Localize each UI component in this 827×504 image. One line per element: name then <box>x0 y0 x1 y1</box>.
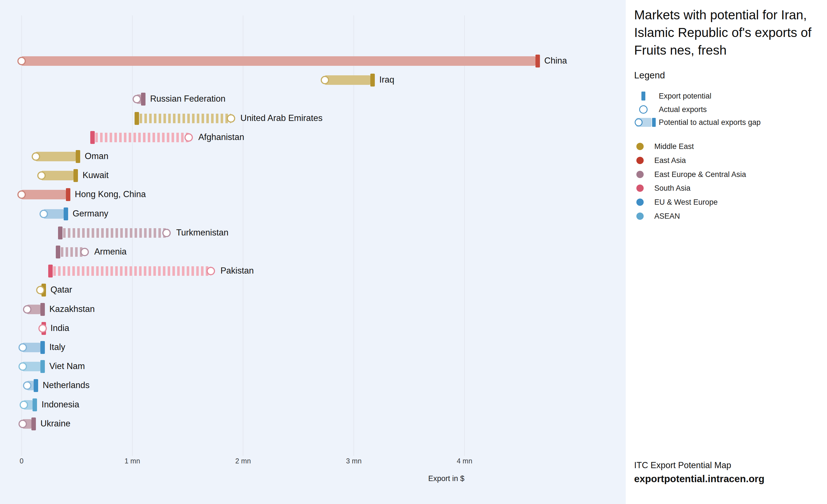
region-legend-item[interactable]: EU & West Europe <box>634 195 819 209</box>
export-potential-cap[interactable] <box>32 417 36 430</box>
region-color-dot <box>636 213 644 220</box>
actual-exports-circle[interactable] <box>18 343 27 352</box>
country-label[interactable]: Hong Kong, China <box>75 189 146 200</box>
gap-bar-striped[interactable] <box>140 114 231 123</box>
legend-item-label: Actual exports <box>659 105 707 114</box>
potential-rect-icon <box>634 89 652 103</box>
legend-item-gap-combo[interactable]: Potential to actual exports gap <box>634 116 819 129</box>
export-potential-cap[interactable] <box>74 169 78 182</box>
actual-exports-circle[interactable] <box>40 210 48 218</box>
country-label[interactable]: Germany <box>72 209 108 219</box>
country-label[interactable]: Pakistan <box>221 266 254 276</box>
export-potential-cap[interactable] <box>40 341 45 354</box>
actual-exports-circle[interactable] <box>81 248 89 256</box>
export-potential-cap[interactable] <box>56 245 60 259</box>
gap-bar[interactable] <box>21 56 535 66</box>
chart-title: Markets with potential for Iran, Islamic… <box>634 6 824 59</box>
country-label[interactable]: Ukraine <box>40 418 70 429</box>
actual-exports-circle[interactable] <box>133 95 141 103</box>
actual-exports-circle[interactable] <box>17 57 26 65</box>
actual-exports-circle[interactable] <box>37 171 46 180</box>
country-label[interactable]: Russian Federation <box>150 94 226 104</box>
gap-bar-striped[interactable] <box>53 266 211 276</box>
region-label: ASEAN <box>654 212 680 221</box>
country-label[interactable]: Afghanistan <box>198 132 244 142</box>
export-potential-cap[interactable] <box>48 265 53 277</box>
export-potential-cap[interactable] <box>64 208 68 220</box>
actual-exports-circle[interactable] <box>17 190 26 199</box>
actual-exports-circle[interactable] <box>36 286 45 294</box>
country-label[interactable]: Kuwait <box>83 170 108 180</box>
export-potential-cap[interactable] <box>34 379 38 392</box>
gap-combo-icon <box>634 116 652 129</box>
actual-circle-icon <box>634 103 652 116</box>
gridline-4mn <box>464 15 465 456</box>
actual-exports-circle[interactable] <box>18 420 27 428</box>
actual-exports-circle[interactable] <box>185 133 193 142</box>
country-label[interactable]: United Arab Emirates <box>241 113 323 123</box>
region-label: East Europe & Central Asia <box>654 170 746 179</box>
region-color-dot <box>636 143 644 150</box>
export-potential-cap[interactable] <box>535 55 540 67</box>
legend-item-actual-circle[interactable]: Actual exports <box>634 103 819 116</box>
country-label[interactable]: Oman <box>85 151 108 161</box>
actual-exports-circle[interactable] <box>32 152 40 161</box>
country-label[interactable]: Iraq <box>379 75 394 85</box>
export-potential-cap[interactable] <box>76 150 80 163</box>
export-potential-cap[interactable] <box>33 398 37 411</box>
region-legend-item[interactable]: East Europe & Central Asia <box>634 167 819 181</box>
actual-exports-circle[interactable] <box>227 114 235 123</box>
footer-app-name: ITC Export Potential Map <box>634 460 731 470</box>
export-potential-cap[interactable] <box>90 131 95 144</box>
country-label[interactable]: Armenia <box>94 247 127 257</box>
footer-url[interactable]: exportpotential.intracen.org <box>634 473 765 485</box>
export-potential-cap[interactable] <box>40 303 45 316</box>
export-potential-cap[interactable] <box>141 93 145 106</box>
side-panel: Markets with potential for Iran, Islamic… <box>626 0 827 504</box>
export-potential-cap[interactable] <box>370 74 375 87</box>
region-legend-item[interactable]: East Asia <box>634 154 819 167</box>
legend-item-label: Export potential <box>659 92 712 101</box>
actual-exports-circle[interactable] <box>321 76 329 84</box>
region-label: EU & West Europe <box>654 198 718 207</box>
region-color-dot <box>636 157 644 164</box>
actual-exports-circle[interactable] <box>38 324 47 333</box>
country-label[interactable]: Qatar <box>50 285 72 295</box>
region-color-dot <box>636 171 644 178</box>
country-label[interactable]: Kazakhstan <box>49 304 95 314</box>
actual-exports-circle[interactable] <box>23 305 32 314</box>
region-legend-item[interactable]: South Asia <box>634 181 819 195</box>
actual-exports-circle[interactable] <box>19 401 28 409</box>
export-potential-cap[interactable] <box>66 188 70 201</box>
x-axis-tick: 3 mn <box>346 457 361 465</box>
gap-bar-striped[interactable] <box>95 133 189 142</box>
country-label[interactable]: Indonesia <box>42 400 79 410</box>
export-potential-cap[interactable] <box>40 360 45 373</box>
x-axis-tick: 0 <box>19 457 23 465</box>
gap-bar[interactable] <box>21 190 66 200</box>
legend-item-potential-rect[interactable]: Export potential <box>634 89 819 103</box>
x-axis-tick: 2 mn <box>235 457 251 465</box>
gap-bar[interactable] <box>36 152 76 161</box>
region-legend-item[interactable]: Middle East <box>634 139 819 154</box>
export-potential-chart-page: 01 mn2 mn3 mn4 mnChinaIraqRussian Federa… <box>0 0 827 504</box>
country-label[interactable]: Turkmenistan <box>176 228 229 238</box>
country-label[interactable]: Netherlands <box>43 381 89 391</box>
region-legend-item[interactable]: ASEAN <box>634 209 819 223</box>
region-label: Middle East <box>654 142 694 151</box>
actual-exports-circle[interactable] <box>207 267 215 275</box>
actual-exports-circle[interactable] <box>162 229 171 237</box>
country-label[interactable]: Italy <box>49 342 65 352</box>
country-label[interactable]: Viet Nam <box>49 361 85 371</box>
gap-bar-striped[interactable] <box>63 228 166 238</box>
gap-bar[interactable] <box>42 171 74 180</box>
x-axis-tick: 1 mn <box>125 457 140 465</box>
legend-heading: Legend <box>634 70 665 80</box>
country-label[interactable]: China <box>544 56 567 66</box>
actual-exports-circle[interactable] <box>18 362 27 371</box>
export-potential-cap[interactable] <box>135 112 139 125</box>
gap-bar[interactable] <box>325 75 370 85</box>
country-label[interactable]: India <box>50 323 69 333</box>
actual-exports-circle[interactable] <box>23 381 32 390</box>
export-potential-cap[interactable] <box>58 227 62 239</box>
